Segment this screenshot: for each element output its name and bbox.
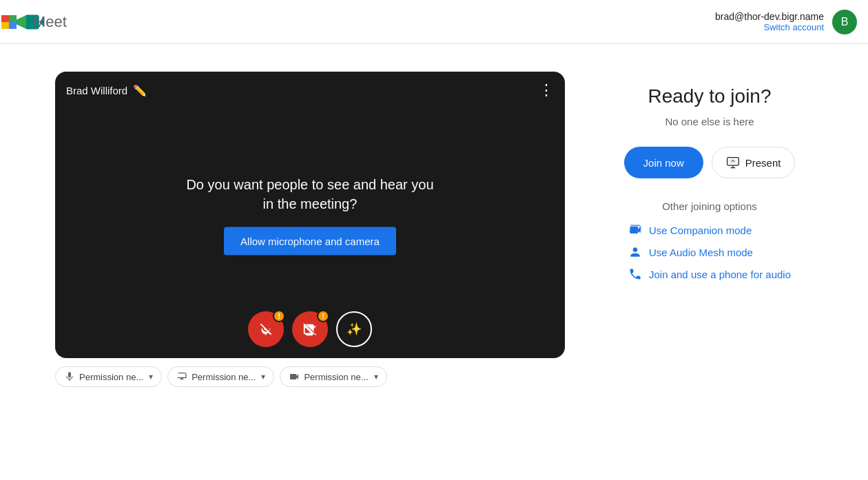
join-now-button[interactable]: Join now (624, 147, 703, 178)
app-header: Meet brad@thor-dev.bigr.name Switch acco… (0, 0, 868, 44)
user-info-block: brad@thor-dev.bigr.name Switch account (715, 11, 824, 32)
sparkle-icon: ✨ (347, 322, 362, 337)
camera-icon (289, 371, 300, 382)
effects-button[interactable]: ✨ (336, 311, 372, 347)
phone-audio-link[interactable]: Join and use a phone for audio (628, 267, 791, 281)
svg-rect-5 (1, 15, 9, 22)
video-controls: ! ! ✨ (248, 311, 372, 347)
video-header: Brad Williford ✏️ ⋮ (55, 72, 565, 109)
camera-permission-label: Permission ne... (304, 372, 368, 382)
screen-chevron-icon: ▾ (261, 372, 265, 382)
camera-chevron-icon: ▾ (374, 372, 378, 382)
screen-permission-label: Permission ne... (192, 372, 256, 382)
mic-permission-label: Permission ne... (79, 372, 143, 382)
join-section: Ready to join? No one else is here Join … (606, 72, 813, 281)
meet-svg-logo (0, 8, 28, 36)
present-screen-icon (726, 156, 740, 169)
user-avatar[interactable]: B (832, 10, 857, 34)
camera-warning-badge: ! (317, 310, 329, 322)
video-message-area: Do you want people to see and hear you i… (183, 175, 437, 255)
no-one-subtitle: No one else is here (665, 116, 754, 127)
other-options-title: Other joining options (662, 200, 757, 212)
companion-mode-icon (628, 223, 642, 237)
join-buttons: Join now Present (624, 147, 796, 178)
user-email-label: brad@thor-dev.bigr.name (715, 11, 824, 22)
screen-permission-bar[interactable]: Permission ne... ▾ (167, 366, 274, 387)
meet-logo-final (0, 8, 28, 36)
svg-rect-8 (9, 22, 17, 29)
present-button[interactable]: Present (712, 147, 796, 178)
audio-mesh-label: Use Audio Mesh mode (649, 247, 753, 258)
ready-to-join-title: Ready to join? (648, 85, 771, 107)
video-preview: Brad Williford ✏️ ⋮ Do you want people t… (55, 72, 565, 358)
audio-mesh-icon (628, 245, 642, 259)
mic-permission-bar[interactable]: Permission ne... ▾ (55, 366, 162, 387)
permission-bars: Permission ne... ▾ Permission ne... ▾ Pe… (55, 366, 565, 387)
svg-rect-6 (9, 15, 17, 22)
camera-off-icon (302, 322, 318, 337)
companion-mode-link[interactable]: Use Companion mode (628, 223, 752, 237)
phone-audio-icon (628, 267, 642, 281)
mic-chevron-icon: ▾ (149, 372, 153, 382)
header-logo-area: Meet (11, 8, 67, 36)
svg-rect-7 (1, 22, 9, 29)
camera-permission-bar[interactable]: Permission ne... ▾ (280, 366, 386, 387)
mic-icon (64, 371, 75, 382)
allow-camera-button[interactable]: Allow microphone and camera (224, 227, 396, 255)
video-prompt-text: Do you want people to see and hear you i… (183, 175, 437, 213)
phone-audio-label: Join and use a phone for audio (649, 269, 791, 280)
mic-warning-badge: ! (273, 310, 285, 322)
other-options-list: Use Companion mode Use Audio Mesh mode J… (628, 223, 791, 281)
more-options-icon[interactable]: ⋮ (539, 81, 554, 99)
video-username: Brad Williford ✏️ (66, 84, 147, 97)
header-user-area: brad@thor-dev.bigr.name Switch account B (715, 10, 857, 34)
camera-off-button[interactable]: ! (292, 311, 328, 347)
present-label: Present (745, 157, 781, 169)
video-section: Brad Williford ✏️ ⋮ Do you want people t… (55, 72, 565, 387)
mic-off-icon (258, 322, 273, 337)
main-content: Brad Williford ✏️ ⋮ Do you want people t… (0, 44, 868, 415)
mute-button[interactable]: ! (248, 311, 284, 347)
switch-account-link[interactable]: Switch account (715, 22, 824, 32)
screen-icon (176, 371, 187, 382)
audio-mesh-link[interactable]: Use Audio Mesh mode (628, 245, 753, 259)
app-title: Meet (33, 13, 67, 31)
companion-mode-label: Use Companion mode (649, 225, 752, 236)
edit-name-icon[interactable]: ✏️ (133, 84, 147, 97)
